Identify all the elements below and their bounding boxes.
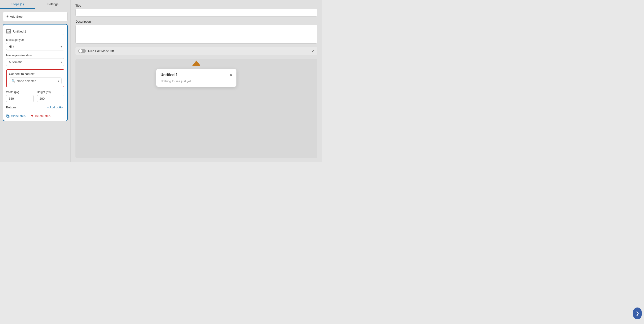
left-panel: Steps (1) Settings + Add Step bbox=[0, 0, 71, 162]
rich-edit-left: Rich Edit Mode Off bbox=[78, 49, 114, 53]
connect-to-context-label: Connect to context bbox=[9, 72, 62, 76]
preview-area: Untitled 1 × Nothing to see just yet bbox=[76, 59, 317, 158]
trash-icon bbox=[30, 114, 34, 118]
left-panel-content: + Add Step Untitle bbox=[0, 9, 70, 162]
message-type-select[interactable]: Hint Warning Info Success Error bbox=[6, 43, 64, 50]
svg-rect-1 bbox=[7, 31, 10, 32]
height-input[interactable] bbox=[37, 95, 64, 102]
message-orientation-select-wrapper: Automatic Top Bottom Left Right ▾ bbox=[6, 58, 64, 66]
svg-rect-5 bbox=[31, 116, 33, 117]
right-panel: Title Description Rich Edit Mode Off ⤢ U… bbox=[71, 0, 322, 162]
arrow-down-button[interactable]: ↓ bbox=[62, 32, 64, 35]
message-orientation-label: Message orientation bbox=[6, 54, 64, 57]
description-input[interactable] bbox=[76, 25, 317, 44]
height-group: Height (px) bbox=[37, 90, 64, 102]
arrow-up-button[interactable]: ↑ bbox=[62, 27, 64, 31]
step-card-title: Untitled 1 bbox=[6, 29, 26, 34]
step-card: Untitled 1 ↑ ↓ Message type Hint Warning bbox=[3, 24, 68, 121]
plus-icon: + bbox=[6, 14, 8, 18]
svg-rect-0 bbox=[7, 30, 10, 31]
tab-steps[interactable]: Steps (1) bbox=[0, 0, 35, 9]
rich-edit-toggle[interactable] bbox=[78, 49, 86, 53]
step-card-header: Untitled 1 ↑ ↓ bbox=[6, 27, 64, 35]
connect-to-context-box: Connect to context 🔍 ▾ bbox=[6, 69, 64, 87]
tooltip-close-button[interactable]: × bbox=[230, 73, 232, 77]
add-button-label: + Add button bbox=[47, 106, 64, 109]
message-orientation-group: Message orientation Automatic Top Bottom… bbox=[6, 54, 64, 66]
message-type-select-wrapper: Hint Warning Info Success Error ▾ bbox=[6, 43, 64, 50]
clone-step-button[interactable]: Clone step bbox=[6, 114, 26, 118]
dimensions-row: Width (px) Height (px) bbox=[6, 90, 64, 102]
tooltip-card-title: Untitled 1 bbox=[160, 73, 178, 77]
buttons-label: Buttons bbox=[6, 106, 16, 109]
width-input[interactable] bbox=[6, 95, 34, 102]
title-label: Title bbox=[76, 4, 317, 7]
tab-settings[interactable]: Settings bbox=[35, 0, 71, 9]
step-icon bbox=[6, 29, 11, 34]
buttons-section: Buttons + Add button bbox=[6, 106, 64, 109]
delete-step-button[interactable]: Delete step bbox=[30, 114, 50, 118]
step-arrows: ↑ ↓ bbox=[62, 27, 64, 35]
tooltip-card: Untitled 1 × Nothing to see just yet bbox=[156, 69, 236, 87]
width-label: Width (px) bbox=[6, 90, 34, 94]
add-step-label: Add Step bbox=[10, 15, 23, 18]
step-actions: Clone step Delete step bbox=[6, 112, 64, 118]
step-title-text: Untitled 1 bbox=[13, 30, 26, 33]
context-search-input[interactable] bbox=[17, 79, 56, 83]
description-label: Description bbox=[76, 20, 317, 23]
rich-edit-label: Rich Edit Mode Off bbox=[88, 49, 114, 53]
svg-rect-2 bbox=[7, 32, 10, 32]
step-icon-svg bbox=[7, 30, 10, 33]
width-group: Width (px) bbox=[6, 90, 34, 102]
add-button-button[interactable]: + Add button bbox=[47, 106, 64, 109]
rich-edit-bar: Rich Edit Mode Off ⤢ bbox=[76, 47, 317, 55]
height-label: Height (px) bbox=[37, 90, 64, 94]
title-input[interactable] bbox=[76, 9, 317, 16]
connect-to-context-search[interactable]: 🔍 ▾ bbox=[9, 78, 62, 84]
message-orientation-select[interactable]: Automatic Top Bottom Left Right bbox=[6, 58, 64, 66]
context-search-icon: 🔍 bbox=[12, 79, 15, 83]
tabs: Steps (1) Settings bbox=[0, 0, 70, 9]
clone-icon bbox=[6, 114, 10, 118]
message-type-label: Message type bbox=[6, 38, 64, 42]
add-step-button[interactable]: + Add Step bbox=[3, 12, 68, 21]
message-type-group: Message type Hint Warning Info Success E… bbox=[6, 38, 64, 50]
expand-icon[interactable]: ⤢ bbox=[312, 49, 314, 53]
pointer-arrow-icon bbox=[192, 60, 200, 66]
tooltip-card-header: Untitled 1 × bbox=[160, 73, 232, 77]
clone-step-label: Clone step bbox=[11, 114, 26, 118]
context-dropdown-arrow-icon: ▾ bbox=[58, 80, 59, 83]
tooltip-body: Nothing to see just yet bbox=[160, 80, 232, 83]
delete-step-label: Delete step bbox=[35, 114, 50, 118]
